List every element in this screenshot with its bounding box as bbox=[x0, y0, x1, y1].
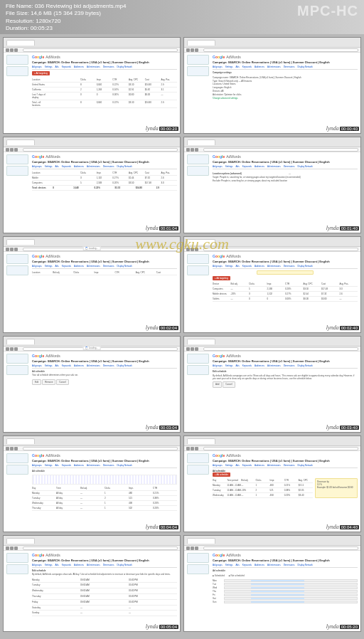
back-icon[interactable] bbox=[186, 148, 190, 152]
tab-ad-groups[interactable]: Ad groups bbox=[32, 464, 42, 467]
browser-tab[interactable] bbox=[6, 538, 35, 544]
sidebar-item[interactable] bbox=[6, 55, 28, 65]
tab-settings[interactable]: Settings bbox=[45, 564, 53, 566]
tab-ad-groups[interactable]: Ad groups bbox=[32, 564, 42, 566]
tab-ads[interactable]: Ads bbox=[55, 464, 59, 467]
sidebar-item[interactable] bbox=[187, 55, 209, 65]
back-icon[interactable] bbox=[186, 48, 190, 52]
tab-ad-groups[interactable]: Ad groups bbox=[32, 265, 42, 268]
tab-keywords[interactable]: Keywords bbox=[242, 464, 252, 467]
video-thumbnail[interactable]: Google AdWords Campaign: SEARCH: Online … bbox=[183, 137, 361, 233]
primary-action-button[interactable]: + Ad targeting bbox=[32, 71, 50, 75]
sidebar-item[interactable] bbox=[6, 254, 28, 264]
tab-settings[interactable]: Settings bbox=[45, 364, 53, 367]
tab-audiences[interactable]: Audiences bbox=[74, 65, 84, 68]
reload-icon[interactable] bbox=[14, 148, 18, 152]
forward-icon[interactable] bbox=[10, 447, 14, 450]
sidebar-item[interactable] bbox=[187, 254, 209, 264]
browser-tab[interactable] bbox=[187, 139, 215, 145]
address-input[interactable] bbox=[23, 447, 178, 450]
tab-ad-groups[interactable]: Ad groups bbox=[213, 364, 223, 367]
tab-display-network[interactable]: Display Network bbox=[117, 65, 132, 68]
browser-tab[interactable] bbox=[187, 438, 215, 444]
tab-ad-extensions[interactable]: Ad extensions bbox=[267, 564, 281, 566]
tab-audiences[interactable]: Audiences bbox=[255, 165, 264, 168]
tab-ad-groups[interactable]: Ad groups bbox=[32, 364, 42, 367]
schedule-row[interactable]: Sunday—— bbox=[32, 611, 177, 616]
reload-icon[interactable] bbox=[14, 48, 18, 52]
back-icon[interactable] bbox=[6, 347, 9, 351]
back-icon[interactable] bbox=[186, 347, 190, 351]
browser-tab[interactable] bbox=[187, 239, 215, 245]
tab-keywords[interactable]: Keywords bbox=[62, 165, 71, 168]
video-thumbnail[interactable]: Google AdWords Campaign: SEARCH: Online … bbox=[183, 336, 361, 433]
tab-ads[interactable]: Ads bbox=[236, 564, 240, 566]
sidebar-item[interactable] bbox=[187, 453, 209, 463]
tab-settings[interactable]: Settings bbox=[225, 364, 233, 367]
tab-settings[interactable]: Settings bbox=[225, 65, 233, 68]
tab-audiences[interactable]: Audiences bbox=[74, 165, 84, 168]
sidebar-item[interactable] bbox=[187, 166, 209, 176]
tab-settings[interactable]: Settings bbox=[45, 65, 53, 68]
address-input[interactable] bbox=[203, 48, 358, 52]
tab-ads[interactable]: Ads bbox=[55, 364, 59, 367]
video-thumbnail[interactable]: Google AdWords Campaign: SEARCH: Online … bbox=[3, 137, 181, 233]
reload-icon[interactable] bbox=[14, 447, 18, 450]
back-icon[interactable] bbox=[6, 148, 9, 152]
tab-dimensions[interactable]: Dimensions bbox=[284, 265, 295, 268]
tab-dimensions[interactable]: Dimensions bbox=[284, 65, 295, 68]
sidebar-item[interactable] bbox=[6, 66, 28, 76]
video-thumbnail[interactable]: Google AdWords Campaign: SEARCH: Online … bbox=[183, 236, 361, 333]
forward-icon[interactable] bbox=[191, 248, 194, 251]
tab-audiences[interactable]: Audiences bbox=[255, 464, 264, 467]
back-icon[interactable] bbox=[186, 248, 190, 251]
bid-adjust-popover[interactable]: Decrease by10 %Example: $1.00 bid will b… bbox=[315, 478, 358, 498]
tab-settings[interactable]: Settings bbox=[45, 165, 53, 168]
schedule-row[interactable]: Thursday09:00 AM05:00 PM bbox=[32, 594, 177, 600]
forward-icon[interactable] bbox=[10, 248, 14, 251]
sidebar-item[interactable] bbox=[187, 66, 209, 76]
browser-tab[interactable] bbox=[187, 339, 215, 344]
address-input[interactable] bbox=[23, 546, 178, 550]
tab-ad-extensions[interactable]: Ad extensions bbox=[87, 265, 100, 268]
tab-keywords[interactable]: Keywords bbox=[242, 265, 252, 268]
sidebar-item[interactable] bbox=[6, 265, 28, 275]
back-icon[interactable] bbox=[6, 48, 9, 52]
tab-audiences[interactable]: Audiences bbox=[74, 564, 84, 566]
forward-icon[interactable] bbox=[10, 148, 14, 152]
reload-icon[interactable] bbox=[195, 148, 198, 152]
browser-tab[interactable] bbox=[187, 538, 215, 544]
schedule-row[interactable]: Wednesday09:00 AM05:00 PM bbox=[32, 588, 177, 594]
tab-ads[interactable]: Ads bbox=[236, 464, 240, 467]
tab-ad-groups[interactable]: Ad groups bbox=[213, 65, 223, 68]
tab-ad-extensions[interactable]: Ad extensions bbox=[87, 464, 100, 467]
forward-icon[interactable] bbox=[191, 347, 194, 351]
sidebar-item[interactable] bbox=[6, 564, 28, 574]
tab-display-network[interactable]: Display Network bbox=[117, 364, 132, 367]
tab-ad-groups[interactable]: Ad groups bbox=[213, 265, 223, 268]
tab-display-network[interactable]: Display Network bbox=[117, 165, 132, 168]
schedule-row[interactable]: Saturday—— bbox=[32, 606, 177, 611]
tab-keywords[interactable]: Keywords bbox=[62, 464, 71, 467]
tab-ad-extensions[interactable]: Ad extensions bbox=[267, 65, 281, 68]
tab-ad-extensions[interactable]: Ad extensions bbox=[267, 464, 281, 467]
forward-icon[interactable] bbox=[10, 48, 14, 52]
tab-dimensions[interactable]: Dimensions bbox=[284, 564, 295, 566]
tab-audiences[interactable]: Audiences bbox=[74, 464, 84, 467]
forward-icon[interactable] bbox=[10, 347, 14, 351]
tab-dimensions[interactable]: Dimensions bbox=[103, 165, 114, 168]
tab-audiences[interactable]: Audiences bbox=[255, 65, 264, 68]
reload-icon[interactable] bbox=[195, 546, 198, 550]
address-input[interactable] bbox=[23, 48, 178, 52]
browser-tab[interactable] bbox=[6, 139, 35, 145]
sidebar-item[interactable] bbox=[6, 154, 28, 164]
tab-ads[interactable]: Ads bbox=[55, 65, 59, 68]
back-icon[interactable] bbox=[6, 447, 9, 450]
address-input[interactable] bbox=[23, 148, 178, 152]
tab-display-network[interactable]: Display Network bbox=[117, 265, 132, 268]
tab-dimensions[interactable]: Dimensions bbox=[284, 364, 295, 367]
tab-audiences[interactable]: Audiences bbox=[255, 564, 264, 566]
tab-settings[interactable]: Settings bbox=[225, 464, 233, 467]
tab-ad-extensions[interactable]: Ad extensions bbox=[87, 165, 100, 168]
tab-settings[interactable]: Settings bbox=[45, 464, 53, 467]
